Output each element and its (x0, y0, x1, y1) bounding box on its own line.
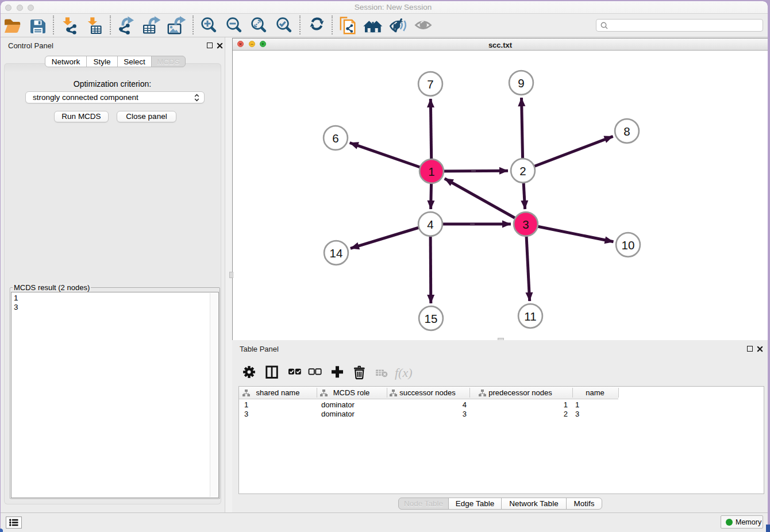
svg-text:15: 15 (425, 312, 438, 325)
svg-text:9: 9 (518, 76, 524, 90)
svg-text:2: 2 (519, 164, 526, 178)
svg-text:10: 10 (622, 238, 635, 252)
svg-text:11: 11 (524, 310, 536, 323)
svg-text:3: 3 (522, 218, 529, 231)
svg-text:8: 8 (623, 125, 630, 138)
svg-text:7: 7 (427, 78, 433, 91)
svg-text:4: 4 (427, 218, 433, 231)
svg-text:1: 1 (428, 165, 434, 178)
svg-text:14: 14 (330, 246, 343, 260)
svg-text:f(x): f(x) (395, 365, 413, 380)
svg-text:6: 6 (332, 132, 338, 145)
